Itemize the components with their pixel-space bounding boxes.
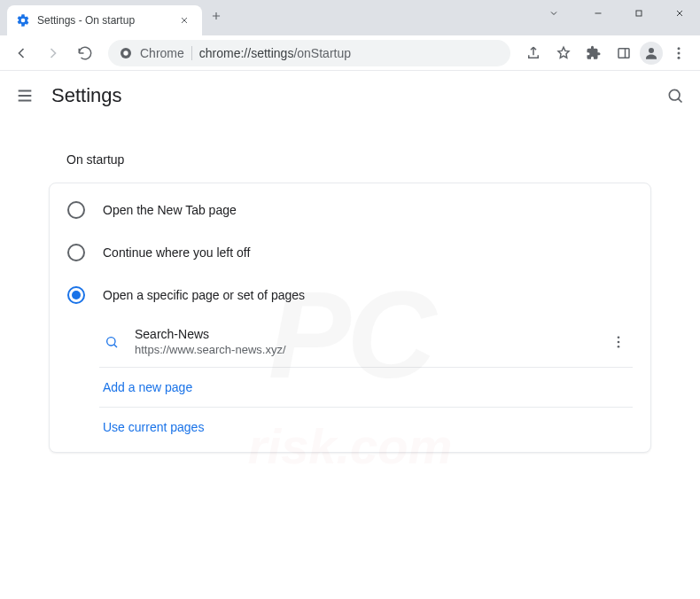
startup-page-url: https://www.search-news.xyz/ xyxy=(135,343,594,356)
settings-content: On startup Open the New Tab page Continu… xyxy=(0,121,700,453)
window-controls xyxy=(533,0,700,35)
tab-title: Settings - On startup xyxy=(37,14,168,27)
share-icon[interactable] xyxy=(519,39,548,67)
close-window-button[interactable] xyxy=(659,0,700,27)
radio-icon xyxy=(67,286,85,304)
kebab-menu-icon[interactable] xyxy=(608,331,629,353)
forward-button[interactable] xyxy=(39,39,67,67)
bookmark-star-icon[interactable] xyxy=(549,39,578,67)
chevron-down-icon[interactable] xyxy=(533,0,574,27)
option-label: Open the New Tab page xyxy=(103,203,237,217)
profile-avatar[interactable] xyxy=(640,42,663,65)
svg-point-2 xyxy=(123,51,128,55)
chrome-logo-icon xyxy=(119,46,133,60)
back-button[interactable] xyxy=(7,39,35,67)
startup-page-row: Search-News https://www.search-news.xyz/ xyxy=(99,316,633,368)
add-page-link[interactable]: Add a new page xyxy=(99,368,633,408)
gear-icon xyxy=(16,13,30,27)
search-icon[interactable] xyxy=(665,85,686,106)
option-specific-pages[interactable]: Open a specific page or set of pages xyxy=(50,274,650,316)
svg-point-8 xyxy=(669,89,680,100)
window-titlebar: Settings - On startup xyxy=(0,0,700,35)
use-current-pages-link[interactable]: Use current pages xyxy=(99,408,633,447)
minimize-button[interactable] xyxy=(578,0,618,27)
reload-button[interactable] xyxy=(71,39,99,67)
svg-point-11 xyxy=(618,340,620,343)
close-tab-icon[interactable] xyxy=(175,12,193,29)
page-title: Settings xyxy=(51,84,122,107)
toolbar-right xyxy=(519,39,693,67)
svg-rect-3 xyxy=(618,48,629,58)
radio-icon xyxy=(67,201,85,219)
option-continue[interactable]: Continue where you left off xyxy=(50,231,650,274)
address-bar[interactable]: Chrome chrome://settings/onStartup xyxy=(108,40,510,66)
svg-point-9 xyxy=(107,337,115,345)
radio-icon xyxy=(67,244,85,261)
option-label: Continue where you left off xyxy=(103,245,250,260)
new-tab-button[interactable] xyxy=(207,7,225,25)
browser-toolbar: Chrome chrome://settings/onStartup xyxy=(0,35,700,71)
menu-icon[interactable] xyxy=(14,85,35,106)
settings-header: Settings xyxy=(0,71,700,121)
side-panel-icon[interactable] xyxy=(610,39,638,67)
kebab-menu-icon[interactable] xyxy=(665,39,693,67)
omnibox-separator xyxy=(191,46,192,60)
svg-point-4 xyxy=(649,48,654,53)
svg-point-10 xyxy=(618,336,620,338)
svg-point-12 xyxy=(618,345,620,347)
option-label: Open a specific page or set of pages xyxy=(103,288,305,302)
section-title: On startup xyxy=(49,138,651,183)
startup-pages: Search-News https://www.search-news.xyz/… xyxy=(99,316,633,447)
maximize-button[interactable] xyxy=(618,0,659,27)
extensions-icon[interactable] xyxy=(579,39,608,67)
startup-card: Open the New Tab page Continue where you… xyxy=(49,183,651,453)
omnibox-url: chrome://settings/onStartup xyxy=(199,46,351,60)
svg-point-5 xyxy=(678,47,681,50)
startup-page-name: Search-News xyxy=(135,327,594,341)
svg-rect-0 xyxy=(636,11,642,16)
svg-point-7 xyxy=(678,56,681,58)
browser-tab[interactable]: Settings - On startup xyxy=(7,5,202,35)
search-icon xyxy=(103,333,121,351)
option-new-tab[interactable]: Open the New Tab page xyxy=(50,189,650,231)
omnibox-prefix: Chrome xyxy=(140,46,184,60)
svg-point-6 xyxy=(678,51,681,54)
